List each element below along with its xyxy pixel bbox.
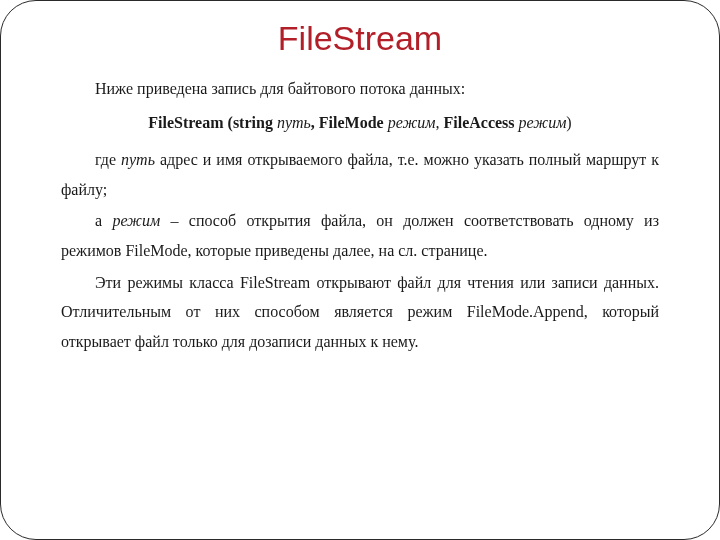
p2-t1: где xyxy=(95,151,121,168)
p3-mode-italic: режим xyxy=(112,212,160,229)
sig-param-path: путь xyxy=(277,114,311,131)
sig-part-1: FileStream (string xyxy=(148,114,277,131)
p3-t1: а xyxy=(95,212,112,229)
paragraph-append: Эти режимы класса FileStream открывают ф… xyxy=(61,268,659,357)
sig-part-2: , FileMode xyxy=(311,114,388,131)
constructor-signature: FileStream (string путь, FileMode режим,… xyxy=(61,108,659,138)
paragraph-path: где путь адрес и имя открываемого файла,… xyxy=(61,145,659,204)
slide-frame: FileStream Ниже приведена запись для бай… xyxy=(0,0,720,540)
sig-param-access: режим xyxy=(519,114,567,131)
sig-part-4: ) xyxy=(566,114,571,131)
paragraph-mode: а режим – способ открытия файла, он долж… xyxy=(61,206,659,265)
p2-path-italic: путь xyxy=(121,151,155,168)
slide-title: FileStream xyxy=(31,19,689,58)
sig-part-3: FileAccess xyxy=(439,114,518,131)
sig-param-mode: режим, xyxy=(388,114,440,131)
intro-paragraph: Ниже приведена запись для байтового пото… xyxy=(61,74,659,104)
slide-body: Ниже приведена запись для байтового пото… xyxy=(31,74,689,356)
